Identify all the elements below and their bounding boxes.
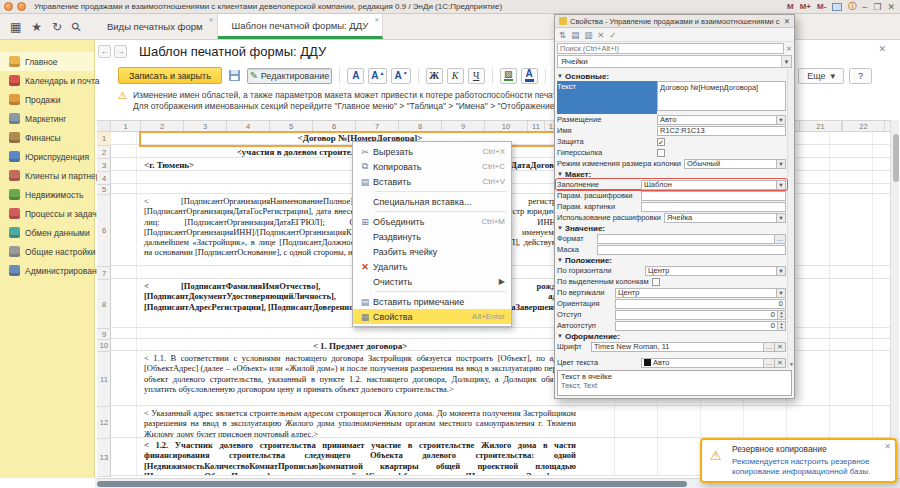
forward-button[interactable]: → [114,45,127,58]
row-header-3[interactable]: 3 [97,159,111,172]
close-button[interactable]: ✕ [887,2,895,12]
property-input-value[interactable]: R1C2:R1C13 [657,126,786,136]
back-button[interactable]: ← [98,45,111,58]
tab-close-icon[interactable]: ✕ [374,16,379,23]
tab-close-icon[interactable]: ✕ [208,16,213,23]
chevron-down-icon[interactable]: ▼ [777,213,786,223]
ellipsis-button[interactable]: … [775,234,786,244]
row-header-1[interactable]: 1 [97,132,111,146]
row-header-7[interactable]: 7 [97,267,111,280]
row-header-8[interactable]: 8 [97,280,111,329]
property-input-value[interactable] [597,234,775,244]
column-header-corner[interactable] [97,121,111,131]
property-number-value[interactable]: 0 [615,299,786,309]
property-select-value[interactable]: Шаблон [641,180,777,190]
props-sort-icon[interactable]: ⇅ [559,30,566,40]
info-dropdown[interactable]: ⓘ [848,1,856,12]
font-grow-button[interactable]: А▲ [368,68,387,84]
fill-color-button[interactable]: ▧ [500,68,517,84]
row-header-12[interactable]: 12 [97,407,111,439]
paste-menu-item[interactable]: ▤ВставитьCtrl+V [353,174,511,189]
sidebar-item-calendar-mail[interactable]: Календарь и почта [0,71,94,90]
chevron-down-icon[interactable]: ▼ [777,159,786,169]
windows-icon[interactable] [832,3,842,11]
menu-grid-icon[interactable]: ▦ [10,20,21,34]
property-text-value[interactable]: Договор №[НомерДоговора] [657,81,786,111]
property-number-value[interactable]: 0 [615,310,778,320]
minimize-button[interactable]: – [862,2,867,12]
chevron-down-icon[interactable]: ▼ [777,266,786,276]
property-input-value[interactable] [597,245,786,255]
ellipsis-button[interactable]: … [764,358,775,368]
props-apply-icon[interactable]: ✓ [609,30,616,40]
contract-text-cell-row11[interactable]: < 1.1. В соответствии с условиями настоя… [141,352,579,405]
property-checkbox[interactable] [657,149,665,157]
font-button[interactable]: А [347,68,364,84]
merge-menu-item[interactable]: ⊞ОбъединитьCtrl+M [353,214,511,229]
vertical-scrollbar-thumb[interactable] [893,134,899,182]
properties-search-clear-icon[interactable]: ✕ [786,45,792,53]
column-header-11[interactable]: 11 [528,121,545,131]
contract-text-cell-row9[interactable] [141,329,579,338]
sidebar-item-sales[interactable]: Продажи [0,90,94,109]
contract-text-cell-row12[interactable]: < Указанный адрес является строительным … [141,407,579,437]
column-header-8[interactable]: 8 [399,121,442,131]
property-number-value[interactable]: 0 [615,321,778,331]
properties-close-icon[interactable]: ✕ [784,17,790,26]
form-close-icon[interactable]: ✕ [878,44,886,54]
row-header-5[interactable]: 5 [97,185,111,195]
tab-2[interactable]: Шаблон печатной формы: ДДУ✕ [218,14,384,39]
section-collapse-icon[interactable]: ▼ [557,333,563,339]
backup-notification[interactable]: ⚠ ✕ Резервное копирование Рекомендуется … [700,438,897,483]
ellipsis-button[interactable]: … [764,342,775,352]
column-header-2[interactable]: 2 [141,121,184,131]
column-header-21[interactable]: 21 [799,121,842,132]
column-header-10[interactable]: 10 [485,121,528,131]
properties-menu-item[interactable]: ▦СвойстваAlt+Enter [353,309,511,324]
row-header-2[interactable]: 2 [97,146,111,159]
property-select-value[interactable]: Центр [645,266,777,276]
sidebar-item-legal[interactable]: Юриспруденция [0,147,94,166]
sidebar-item-marketing[interactable]: Маркетинг [0,109,94,128]
calc-m-button[interactable]: M [787,2,794,11]
sidebar-item-settings[interactable]: Общие настройки [0,242,94,261]
scroll-down-icon[interactable]: ▼ [788,360,794,368]
clear-button[interactable]: ✕ [775,358,786,368]
more-button[interactable]: Еще▾ [798,68,844,84]
sheet-row-12[interactable]: < Указанный адрес является строительным … [111,407,890,438]
window-control-ball-2[interactable] [17,2,26,11]
text-color-button[interactable]: А [521,68,538,84]
save-button[interactable] [226,68,243,84]
column-header-4[interactable]: 4 [227,121,270,131]
vertical-scrollbar[interactable] [890,120,899,478]
row-header-10[interactable]: 10 [97,340,111,352]
property-color-value[interactable]: Авто [641,358,764,368]
row-header-6[interactable]: 6 [97,195,111,267]
favorites-star-icon[interactable]: ★ [31,20,42,34]
insert-note-menu-item[interactable]: ▤Вставить примечание [353,294,511,309]
restore-button[interactable]: ❐ [873,2,881,12]
split-cell-menu-item[interactable]: Разбить ячейку [353,244,511,259]
property-input-value[interactable]: Times New Roman, 11 [591,342,764,352]
property-input-value[interactable] [641,191,786,201]
properties-titlebar[interactable]: Свойства - Управление продажами и взаимо… [555,15,794,28]
property-checkbox[interactable] [652,278,660,286]
search-icon[interactable]: ⚲ [69,18,85,34]
properties-scrollbar[interactable]: ▼ [787,70,794,368]
font-shrink-button[interactable]: А▼ [391,68,410,84]
row-header-9[interactable]: 9 [97,329,111,340]
sidebar-item-dataexchange[interactable]: Обмен данными [0,223,94,242]
properties-scope-combo[interactable]: Ячейки ▼ [557,55,792,68]
row-header-13[interactable]: 13 [97,439,111,477]
paste-special-menu-item[interactable]: Специальная вставка... [353,194,511,209]
property-checkbox[interactable]: ✓ [657,138,665,146]
row-header-4[interactable]: 4 [97,172,111,185]
underline-button[interactable]: Ч [468,68,485,84]
section-collapse-icon[interactable]: ▼ [557,225,563,231]
delete-menu-item[interactable]: ✕Удалить [353,259,511,274]
sidebar-item-realestate[interactable]: Недвижимость [0,185,94,204]
tab-1[interactable]: Виды печатных форм✕ [93,14,218,39]
unmerge-menu-item[interactable]: Раздвинуть [353,229,511,244]
property-select-value[interactable]: Ячейка [664,213,777,223]
cut-menu-item[interactable]: ✂ВырезатьCtrl+X [353,144,511,159]
